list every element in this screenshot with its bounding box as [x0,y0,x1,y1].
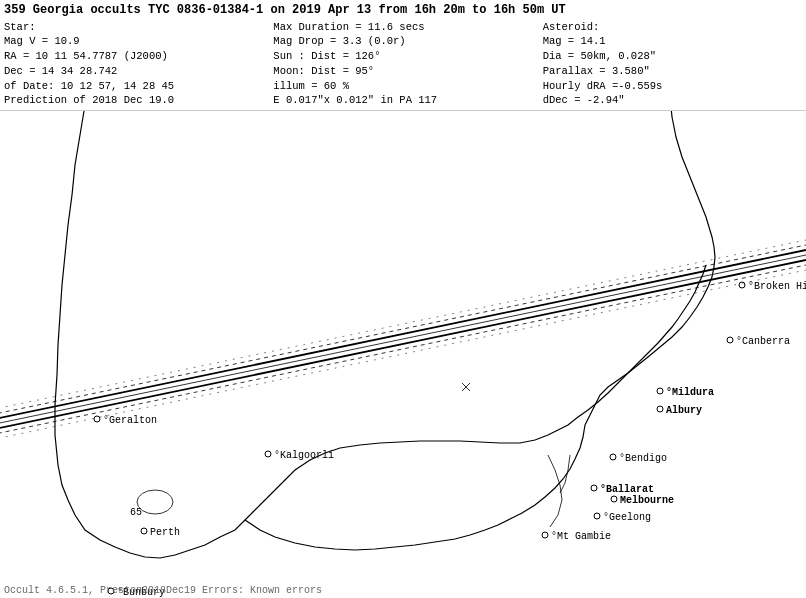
asteroid-parallax: Parallax = 3.580" [543,64,802,79]
city-dot-broken-hill [739,282,745,288]
star-dec: Dec = 14 34 28.742 [4,64,263,79]
city-dot-bendigo [610,454,616,460]
city-label-perth: Perth [150,527,180,538]
size: E 0.017"x 0.012" in PA 117 [273,93,532,108]
star-mag-v: Mag V = 10.9 [4,34,263,49]
info-panel: 359 Georgia occults TYC 0836-01384-1 on … [0,0,806,111]
max-duration-info: Max Duration = 11.6 secs Mag Drop = 3.3 … [273,20,532,108]
city-label-canberra: °Canberra [736,336,790,347]
city-dot-canberra [727,337,733,343]
svg-line-8 [0,240,806,410]
city-label-kalgoorlie: °Kalgoorli [274,450,334,461]
illum: illum = 60 % [273,79,532,94]
max-duration: Max Duration = 11.6 secs [273,20,532,35]
city-label-broken-hill: °Broken Hi [748,281,806,292]
city-dot-geelong [594,513,600,519]
city-dot-perth [141,528,147,534]
city-dot-kalgoorlie [265,451,271,457]
star-ra: RA = 10 11 54.7787 (J2000) [4,49,263,64]
asteroid-label: Asteroid: [543,20,802,35]
mag-drop: Mag Drop = 3.3 (0.0r) [273,34,532,49]
asteroid-hourly-ra: Hourly dRA =-0.559s [543,79,802,94]
city-dot-mt-gambier [542,532,548,538]
map-area: °Broken Hi °Canberra °Mildura Albury °Ge… [0,75,806,598]
city-label-mt-gambier: °Mt Gambie [551,531,611,542]
city-dot-albury [657,406,663,412]
city-label-geelong: °Geelong [603,512,651,523]
page-title: 359 Georgia occults TYC 0836-01384-1 on … [4,2,802,19]
star-info: Star: Mag V = 10.9 RA = 10 11 54.7787 (J… [4,20,263,108]
footer-text: Occult 4.6.5.1, Preston2018Dec19 Errors:… [4,585,322,596]
label-65: 65 [130,507,142,518]
city-label-ballarat: °Ballarat [600,484,654,495]
moon-dist: Moon: Dist = 95° [273,64,532,79]
asteroid-info: Asteroid: Mag = 14.1 Dia = 50km, 0.028" … [543,20,802,108]
star-label: Star: [4,20,263,35]
city-dot-mildura [657,388,663,394]
asteroid-mag: Mag = 14.1 [543,34,802,49]
star-prediction: Prediction of 2018 Dec 19.0 [4,93,263,108]
city-label-bendigo: °Bendigo [619,453,667,464]
city-label-albury: Albury [666,405,702,416]
city-label-melbourne: Melbourne [620,495,674,506]
asteroid-hourly-dec: dDec = -2.94" [543,93,802,108]
city-label-mildura: °Mildura [666,387,714,398]
map-svg: °Broken Hi °Canberra °Mildura Albury °Ge… [0,75,806,598]
svg-point-0 [137,490,173,514]
svg-line-7 [0,255,806,425]
star-of-date: of Date: 10 12 57, 14 28 45 [4,79,263,94]
city-label-geraldton: °Geralton [103,415,157,426]
city-dot-geraldton [94,416,100,422]
sun-dist: Sun : Dist = 126° [273,49,532,64]
city-dot-ballarat [591,485,597,491]
city-dot-melbourne [611,496,617,502]
asteroid-dia: Dia = 50km, 0.028" [543,49,802,64]
